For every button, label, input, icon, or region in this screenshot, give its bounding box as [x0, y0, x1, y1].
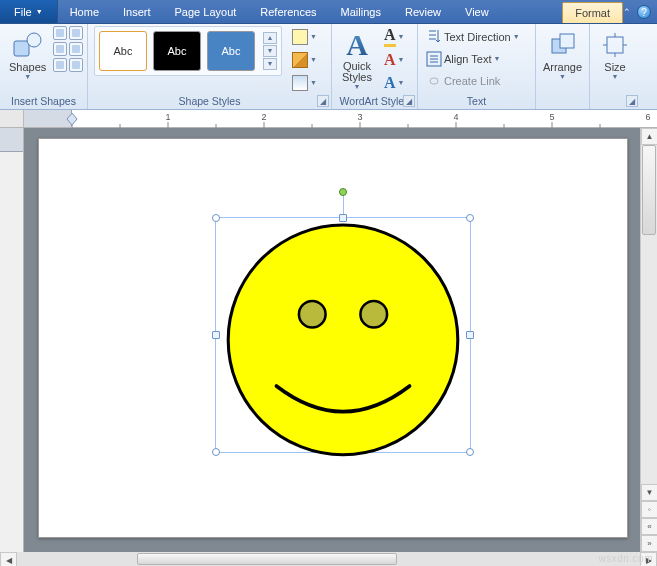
text-direction-icon — [426, 29, 442, 45]
tab-insert[interactable]: Insert — [111, 0, 163, 23]
chevron-down-icon: ▼ — [36, 8, 43, 15]
chevron-down-icon: ▼ — [354, 83, 361, 90]
svg-text:3: 3 — [357, 112, 362, 122]
shape-fill-button[interactable]: ▼ — [290, 26, 319, 47]
scroll-left-icon[interactable]: ◀ — [0, 552, 17, 566]
shape-selection-frame[interactable] — [215, 217, 471, 453]
ribbon-tabs: File ▼ Home Insert Page Layout Reference… — [0, 0, 657, 24]
group-label: WordArt Styles — [338, 94, 411, 109]
tab-review[interactable]: Review — [393, 0, 453, 23]
shape-preset[interactable] — [53, 58, 67, 72]
dialog-launcher-icon[interactable]: ◢ — [317, 95, 329, 107]
wordart-icon: A — [346, 28, 368, 62]
browse-object-icon[interactable]: ◦ — [641, 501, 657, 518]
group-size: Size ▼ ◢ — [590, 24, 640, 109]
text-direction-button[interactable]: Text Direction▼ — [424, 26, 522, 47]
chevron-down-icon: ▼ — [310, 56, 317, 63]
smiley-shape[interactable] — [220, 222, 466, 458]
indent-marker-icon[interactable] — [66, 110, 78, 128]
group-text: Text Direction▼ Align Text▼ Create Link … — [418, 24, 536, 109]
resize-handle-sw[interactable] — [212, 448, 220, 456]
quick-styles-button[interactable]: A Quick Styles ▼ — [338, 26, 376, 91]
tab-format[interactable]: Format — [562, 2, 623, 23]
chevron-down-icon: ▼ — [559, 73, 566, 80]
svg-text:6: 6 — [645, 112, 650, 122]
resize-handle-e[interactable] — [466, 331, 474, 339]
prev-page-icon[interactable]: « — [641, 518, 657, 535]
shape-preset[interactable] — [53, 26, 67, 40]
dialog-launcher-icon[interactable]: ◢ — [626, 95, 638, 107]
chevron-down-icon: ▼ — [310, 33, 317, 40]
next-page-icon[interactable]: » — [641, 535, 657, 552]
size-button[interactable]: Size ▼ — [596, 26, 634, 81]
scroll-thumb[interactable] — [642, 145, 656, 235]
dialog-launcher-icon[interactable]: ◢ — [403, 95, 415, 107]
svg-point-25 — [228, 225, 458, 455]
scroll-thumb[interactable] — [137, 553, 397, 565]
svg-rect-4 — [560, 34, 574, 48]
shape-outline-button[interactable]: ▼ — [290, 49, 319, 70]
arrange-button[interactable]: Arrange ▼ — [540, 26, 585, 81]
ribbon: Shapes ▼ ▾ Insert Shapes Abc Abc Abc ▴ ▾… — [0, 24, 657, 110]
resize-handle-nw[interactable] — [212, 214, 220, 222]
minimize-ribbon-icon[interactable]: ⌃ — [623, 7, 631, 17]
gallery-scroll: ▴ ▾ ▾ — [263, 32, 277, 70]
resize-handle-n[interactable] — [339, 214, 347, 222]
document-viewport[interactable] — [24, 128, 640, 552]
text-outline-button[interactable]: A▼ — [382, 49, 407, 70]
svg-text:1: 1 — [165, 112, 170, 122]
scroll-up-icon[interactable]: ▲ — [641, 128, 657, 145]
group-shape-styles: Abc Abc Abc ▴ ▾ ▾ ▼ ▼ ▼ Shape Styles ◢ — [88, 24, 332, 109]
shape-preset[interactable] — [69, 26, 83, 40]
tab-mailings[interactable]: Mailings — [329, 0, 393, 23]
style-swatch[interactable]: Abc — [207, 31, 255, 71]
align-text-icon — [426, 51, 442, 67]
quick-styles-label: Quick Styles — [342, 61, 372, 83]
svg-text:2: 2 — [261, 112, 266, 122]
tab-view[interactable]: View — [453, 0, 501, 23]
svg-point-27 — [360, 301, 387, 328]
recent-shapes: ▾ — [53, 26, 83, 72]
rotation-handle[interactable] — [339, 188, 347, 196]
page[interactable] — [38, 138, 628, 538]
size-label: Size — [604, 61, 625, 73]
shapes-gallery-button[interactable]: Shapes ▼ — [6, 26, 49, 81]
create-link-button[interactable]: Create Link — [424, 70, 522, 91]
scroll-down-icon[interactable]: ▼ — [641, 484, 657, 501]
resize-handle-se[interactable] — [466, 448, 474, 456]
tab-file-label: File — [14, 6, 32, 18]
workspace: ▲ ▼ ◦ « » — [0, 128, 657, 552]
align-text-button[interactable]: Align Text▼ — [424, 48, 522, 69]
text-fill-button[interactable]: A▼ — [382, 26, 407, 47]
effects-icon — [292, 75, 308, 91]
group-insert-shapes: Shapes ▼ ▾ Insert Shapes — [0, 24, 88, 109]
ruler-horizontal[interactable]: 1 2 3 4 5 6 — [0, 110, 657, 128]
vertical-scrollbar[interactable]: ▲ ▼ ◦ « » — [640, 128, 657, 552]
tab-references[interactable]: References — [248, 0, 328, 23]
svg-point-26 — [299, 301, 326, 328]
ruler-vertical[interactable] — [0, 128, 24, 552]
tab-page-layout[interactable]: Page Layout — [163, 0, 249, 23]
gallery-more-icon[interactable]: ▾ — [263, 58, 277, 70]
resize-handle-w[interactable] — [212, 331, 220, 339]
text-effects-button[interactable]: A▼ — [382, 72, 407, 93]
tab-file[interactable]: File ▼ — [0, 0, 58, 23]
shape-preset[interactable] — [69, 42, 83, 56]
style-swatch[interactable]: Abc — [99, 31, 147, 71]
shape-preset[interactable] — [53, 42, 67, 56]
chevron-down-icon: ▼ — [310, 79, 317, 86]
shape-preset[interactable]: ▾ — [69, 58, 83, 72]
horizontal-scrollbar[interactable]: ◀ ▶ — [0, 552, 657, 566]
group-label: Text — [424, 94, 529, 109]
fill-icon — [292, 29, 308, 45]
style-swatch[interactable]: Abc — [153, 31, 201, 71]
help-icon[interactable]: ? — [637, 5, 651, 19]
shape-style-gallery[interactable]: Abc Abc Abc ▴ ▾ ▾ — [94, 26, 282, 76]
gallery-up-icon[interactable]: ▴ — [263, 32, 277, 44]
svg-text:5: 5 — [549, 112, 554, 122]
gallery-down-icon[interactable]: ▾ — [263, 45, 277, 57]
resize-handle-ne[interactable] — [466, 214, 474, 222]
shape-effects-button[interactable]: ▼ — [290, 72, 319, 93]
tab-home[interactable]: Home — [58, 0, 111, 23]
chevron-down-icon: ▼ — [612, 73, 619, 80]
